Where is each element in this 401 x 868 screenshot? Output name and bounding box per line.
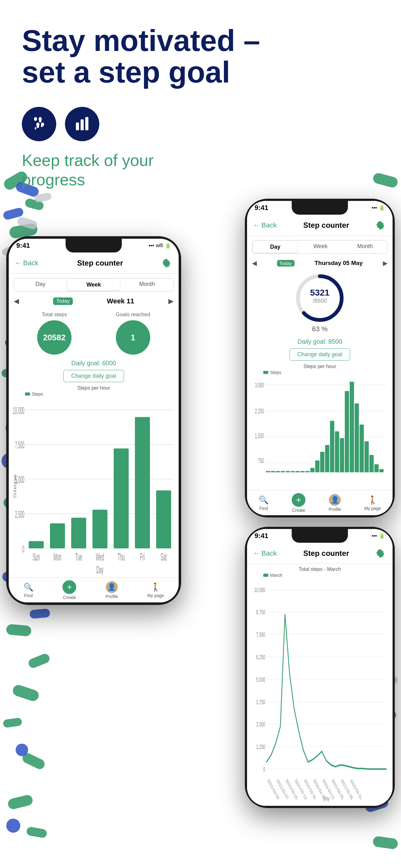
tab-day[interactable]: Day (14, 278, 67, 291)
profile-label: Profile (106, 594, 118, 599)
svg-text:/8500: /8500 (312, 298, 327, 304)
footsteps-svg (30, 115, 48, 133)
svg-rect-51 (291, 471, 295, 472)
gear-icon[interactable] (162, 258, 172, 269)
gear-icon-3[interactable] (376, 548, 386, 559)
svg-text:Wed: Wed (96, 551, 104, 563)
create-label-2: Create (292, 508, 305, 513)
svg-rect-4 (76, 122, 79, 130)
back-arrow-2: ← (253, 221, 260, 229)
find-tab-2[interactable]: 🔍 Find (259, 495, 269, 511)
svg-rect-21 (93, 510, 107, 549)
change-goal-button-2[interactable]: Change daily goal (290, 348, 350, 361)
phone-month: 9:41 ▪▪▪ 🔋 ← Back Step counter (245, 527, 395, 808)
svg-rect-49 (281, 471, 285, 472)
goals-reached-label: Goals reached (116, 312, 151, 318)
bottom-bar: 🔍 Find + Create 👤 Profile 🚶 (9, 578, 179, 602)
create-tab[interactable]: + Create (63, 580, 76, 600)
daily-goal-text-2: Daily goal: 8500 (247, 338, 393, 345)
svg-rect-5 (80, 119, 84, 130)
back-button[interactable]: ← Back (15, 259, 38, 267)
app-navbar-2: ← Back Step counter (247, 215, 393, 236)
svg-rect-46 (266, 471, 270, 472)
tab-day-2[interactable]: Day (253, 241, 298, 253)
svg-rect-58 (325, 445, 330, 472)
svg-rect-65 (360, 425, 364, 472)
plus-icon: + (63, 580, 76, 594)
svg-rect-69 (379, 469, 383, 472)
svg-text:10,000: 10,000 (254, 586, 265, 593)
notch-2 (292, 201, 348, 215)
prev-date-arrow[interactable]: ◀ (252, 259, 257, 267)
svg-rect-64 (355, 404, 359, 472)
chart-legend-2: Steps (251, 370, 389, 375)
svg-text:Sat: Sat (161, 551, 167, 563)
mypage-label-2: My page (364, 506, 381, 511)
find-label: Find (24, 593, 32, 598)
change-goal-button[interactable]: Change daily goal (63, 370, 124, 382)
back-button-2[interactable]: ← Back (253, 221, 277, 229)
month-app-screen: 9:41 ▪▪▪ 🔋 ← Back Step counter (247, 529, 393, 806)
hour-chart: 3,000 2,250 1,500 750 (251, 376, 389, 488)
profile-tab-2[interactable]: 👤 Profile (329, 494, 341, 512)
svg-rect-48 (276, 471, 280, 472)
tab-week[interactable]: Week (67, 279, 120, 290)
back-label-2: Back (261, 221, 277, 229)
svg-rect-67 (369, 455, 374, 472)
svg-rect-63 (350, 382, 354, 472)
tab-week-2[interactable]: Week (298, 241, 343, 253)
week-app-screen: 9:41 ▪▪▪ wifi 🔋 ← Back Step counter (9, 239, 179, 602)
progress-ring: 5321 /8500 (295, 273, 345, 323)
back-arrow-3: ← (253, 549, 260, 557)
signal-icon-3: ▪▪▪ (372, 533, 377, 539)
svg-text:Tue: Tue (75, 551, 82, 563)
svg-text:5,000: 5,000 (256, 676, 265, 683)
tab-month-2[interactable]: Month (343, 241, 387, 253)
svg-point-3 (41, 122, 44, 127)
svg-text:2,250: 2,250 (255, 407, 264, 415)
find-tab[interactable]: 🔍 Find (24, 582, 33, 598)
walk-icon-2: 🚶 (368, 495, 377, 505)
svg-rect-55 (310, 468, 314, 472)
wifi-icon: wifi (156, 243, 163, 248)
mypage-tab-2[interactable]: 🚶 My page (364, 495, 381, 511)
today-badge-2[interactable]: Today (277, 260, 295, 267)
svg-rect-22 (114, 449, 129, 549)
tagline: Keep track of your progress (0, 141, 401, 190)
phone-month-screen: 9:41 ▪▪▪ 🔋 ← Back Step counter (247, 529, 393, 806)
next-date-arrow[interactable]: ▶ (383, 259, 388, 267)
next-arrow[interactable]: ▶ (168, 297, 174, 305)
svg-rect-66 (364, 441, 369, 472)
day-app-screen: 9:41 ▪▪▪ 🔋 ← Back Step counter (247, 201, 393, 515)
signal-icon-2: ▪▪▪ (372, 205, 377, 211)
svg-text:10,000: 10,000 (13, 405, 24, 416)
svg-text:Day: Day (96, 564, 103, 575)
battery-icon-2: 🔋 (379, 205, 385, 211)
back-button-3[interactable]: ← Back (253, 549, 277, 557)
month-chart-svg: 10,000 8,750 7,500 6,250 5,000 3,750 2,5… (251, 579, 389, 803)
svg-text:750: 750 (258, 457, 264, 465)
status-icons-2: ▪▪▪ 🔋 (372, 205, 385, 211)
mypage-tab[interactable]: 🚶 My page (147, 582, 164, 598)
app-navbar-3: ← Back Step counter (247, 543, 393, 564)
tab-bar: Day Week Month (14, 278, 174, 291)
svg-text:6,250: 6,250 (256, 654, 265, 661)
prev-arrow[interactable]: ◀ (14, 297, 19, 305)
tab-month[interactable]: Month (121, 278, 173, 291)
total-steps-label: Total steps (37, 312, 71, 318)
profile-tab[interactable]: 👤 Profile (106, 581, 118, 599)
svg-text:7,500: 7,500 (256, 631, 265, 638)
svg-rect-23 (135, 417, 150, 548)
goals-reached-box: Goals reached 1 (116, 312, 151, 354)
svg-rect-61 (340, 438, 344, 472)
month-legend-box (263, 574, 268, 577)
status-time-2: 9:41 (255, 204, 268, 212)
walk-icon: 🚶 (151, 582, 161, 592)
legend-text: Steps (32, 392, 43, 397)
legend-text-2: Steps (270, 370, 281, 375)
svg-text:1,500: 1,500 (255, 432, 264, 440)
gear-icon-2[interactable] (376, 220, 386, 230)
today-badge[interactable]: Today (53, 298, 73, 305)
create-tab-2[interactable]: + Create (292, 493, 305, 513)
legend-color-box (25, 393, 30, 396)
